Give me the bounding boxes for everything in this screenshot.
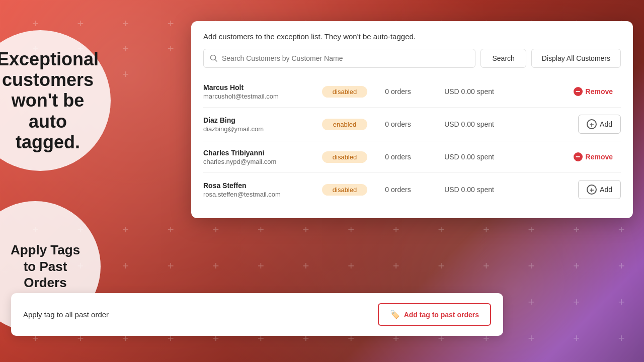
remove-button[interactable]: − Remove [566,83,621,100]
bottom-label: Apply tag to all past order [23,310,109,319]
search-input-wrap [203,49,475,68]
cross-decoration: + [393,260,399,272]
customer-name: Marcus Holt [203,83,314,92]
cross-decoration: + [573,260,580,272]
spent-amount: USD 0.00 spent [429,87,494,96]
customer-info: Charles Tribiyanni charles.nypd@ymail.co… [203,149,314,165]
customer-name: Diaz Bing [203,116,314,124]
cross-decoration: + [573,297,580,308]
orders-count: 0 orders [375,186,421,194]
add-tag-label: Add tag to past orders [404,311,479,319]
status-badge: disabled [322,151,367,163]
spent-amount: USD 0.00 spent [429,186,494,194]
table-row: Diaz Bing diazbing@ymail.com enabled 0 o… [203,108,621,141]
cross-decoration: + [77,18,84,29]
remove-label: Remove [586,87,613,96]
add-tag-button[interactable]: 🏷️ Add tag to past orders [378,303,491,326]
remove-button[interactable]: − Remove [566,148,621,165]
customer-name: Rosa Steffen [203,182,314,190]
status-badge: enabled [322,119,367,130]
cross-decoration: + [483,224,490,235]
table-row: Charles Tribiyanni charles.nypd@ymail.co… [203,141,621,173]
cross-decoration: + [258,224,264,235]
cross-decoration: + [122,18,129,29]
table-row: Marcus Holt marcusholt@testmail.com disa… [203,76,621,108]
customer-list: Marcus Holt marcusholt@testmail.com disa… [203,76,621,206]
search-input[interactable] [222,49,469,67]
cross-decoration: + [348,224,354,235]
cross-decoration: + [438,224,444,235]
add-button[interactable]: + Add [578,115,621,134]
remove-label: Remove [586,153,613,161]
cross-decoration: + [212,224,219,235]
customer-email: diazbing@ymail.com [203,125,314,133]
cross-decoration: + [573,333,580,344]
circle-bottom-text: Apply Tags to Past Orders [0,242,101,291]
add-label: Add [600,186,612,194]
cross-decoration: + [438,260,444,272]
customer-info: Marcus Holt marcusholt@testmail.com [203,83,314,100]
customer-email: charles.nypd@ymail.com [203,158,314,165]
status-badge: disabled [322,184,367,196]
cross-decoration: + [32,18,39,29]
cross-decoration: + [122,260,129,272]
cross-decoration: + [618,224,625,235]
cross-decoration: + [618,297,625,308]
status-badge: disabled [322,86,367,98]
search-icon [210,54,218,62]
tag-icon: 🏷️ [390,310,400,319]
search-row: Search Display All Customers [203,49,621,68]
svg-line-1 [215,60,217,62]
cross-decoration: + [483,260,490,272]
table-row: Rosa Steffen rosa.steffen@testmail.com d… [203,173,621,206]
customer-info: Diaz Bing diazbing@ymail.com [203,116,314,133]
cross-decoration: + [528,260,535,272]
bottom-panel: Apply tag to all past order 🏷️ Add tag t… [11,293,503,336]
cross-decoration: + [393,224,399,235]
display-all-button[interactable]: Display All Customers [531,49,621,68]
customer-name: Charles Tribiyanni [203,149,314,157]
cross-decoration: + [168,18,174,29]
cross-decoration: + [618,260,625,272]
add-circle-icon: + [587,185,597,195]
cross-decoration: + [528,224,535,235]
customer-info: Rosa Steffen rosa.steffen@testmail.com [203,182,314,198]
search-button[interactable]: Search [480,49,526,68]
spent-amount: USD 0.00 spent [429,120,494,128]
cross-decoration: + [573,224,580,235]
cross-decoration: + [168,224,174,235]
cross-decoration: + [122,224,129,235]
spent-amount: USD 0.00 spent [429,153,494,161]
cross-decoration: + [122,43,129,54]
orders-count: 0 orders [375,153,421,161]
customer-email: rosa.steffen@testmail.com [203,191,314,198]
customer-email: marcusholt@testmail.com [203,93,314,100]
orders-count: 0 orders [375,120,421,128]
cross-decoration: + [168,260,174,272]
cross-decoration: + [528,333,535,344]
remove-icon: − [574,87,583,96]
main-modal: Add customers to the exception list. The… [191,21,633,218]
cross-decoration: + [168,43,174,54]
orders-count: 0 orders [375,87,421,96]
remove-icon: − [574,152,583,161]
cross-decoration: + [303,224,309,235]
cross-decoration: + [303,260,309,272]
add-label: Add [600,120,612,128]
cross-decoration: + [258,260,264,272]
circle-top-text: Exceptional customers won't be auto tagg… [0,49,119,153]
circle-top: Exceptional customers won't be auto tagg… [0,30,111,171]
add-button[interactable]: + Add [578,180,621,199]
cross-decoration: + [618,333,625,344]
cross-decoration: + [122,69,129,80]
modal-title: Add customers to the exception list. The… [203,32,621,41]
cross-decoration: + [528,297,535,308]
cross-decoration: + [212,260,219,272]
cross-decoration: + [348,260,354,272]
add-circle-icon: + [587,119,597,129]
